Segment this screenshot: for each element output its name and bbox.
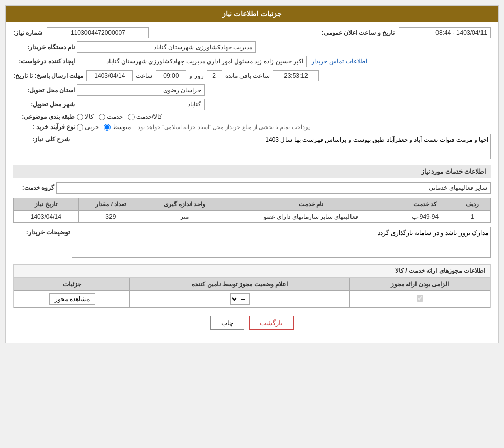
license-status-cell: -- (130, 291, 349, 308)
creator-value: اکبر حسین زاده زید مسئول امور اداری مدیر… (77, 56, 307, 67)
description-row: شرح کلی نیاز: (13, 134, 491, 161)
service-group-label: گروه خدمت: (13, 184, 54, 191)
category-radio-group: کالا/خدمت خدمت کالا (77, 113, 162, 120)
buyer-org-row: مدیریت جهادکشاورزی شهرستان گناباد نام دس… (13, 41, 491, 53)
header-info-row: 1403/04/11 - 08:44 تاریخ و ساعت اعلان عم… (13, 27, 491, 38)
col-header-name: نام خدمت (226, 198, 396, 211)
license-table: الزامی بودن ارائه مجوز اعلام وضعیت مجوز … (14, 278, 490, 308)
services-table-container: ردیف کد خدمت نام خدمت واحد اندازه گیری ت… (13, 198, 491, 223)
deadline-date: 1403/04/14 (86, 70, 133, 81)
main-card: جزئیات اطلاعات نیاز 1403/04/11 - 08:44 ت… (5, 5, 499, 343)
license-col-status: اعلام وضعیت مجوز توسط نامین کننده (130, 278, 349, 291)
table-cell-1: 949-94-ب (396, 211, 454, 223)
print-button[interactable]: چاپ (210, 316, 244, 330)
city-label: شهر محل تحویل: (13, 101, 75, 108)
deadline-days: 2 (207, 70, 222, 81)
back-button[interactable]: بازگشت (249, 316, 294, 330)
license-section: اطلاعات مجوزهای ارائه خدمت / کالا الزامی… (13, 264, 491, 308)
description-textarea[interactable] (72, 134, 491, 159)
deadline-row: 23:53:12 ساعت باقی مانده 2 روز و 09:00 س… (13, 70, 491, 81)
id-label: شماره نیاز: (13, 29, 42, 36)
city-value: گناباد (77, 99, 205, 110)
category-label-3: کالا/خدمت (136, 113, 162, 120)
bottom-buttons: بازگشت چاپ (13, 316, 491, 337)
province-value: خراسان رضوی (77, 84, 205, 96)
purchase-type-radio-group: متوسط جزیی (77, 123, 131, 131)
province-label: استان محل تحویل: (13, 87, 75, 94)
city-row: گناباد شهر محل تحویل: (13, 99, 491, 110)
purchase-type-option-1: جزیی (77, 123, 99, 131)
service-group-row: سایر فعالیتهای خدماتی گروه خدمت: (13, 182, 491, 194)
deadline-time-label: ساعت (136, 72, 152, 79)
deadline-remaining: 23:53:12 (273, 70, 319, 81)
buyer-desc-textarea[interactable] (72, 227, 491, 258)
page-container: جزئیات اطلاعات نیاز 1403/04/11 - 08:44 ت… (0, 0, 504, 448)
category-label-2: خدمت (107, 113, 123, 120)
request-id: 1103004472000007 (47, 27, 149, 38)
table-row: 1949-94-بفعالیتهای سایر سازمانهای دارای … (14, 211, 491, 223)
content-area: 1403/04/11 - 08:44 تاریخ و ساعت اعلان عم… (6, 22, 498, 343)
buyer-org-value: مدیریت جهادکشاورزی شهرستان گناباد (77, 41, 256, 53)
announce-label: تاریخ و ساعت اعلان عمومی: (322, 29, 395, 36)
buyer-desc-row: توضیحات خریدار: (13, 227, 491, 259)
purchase-type-label-2: متوسط (112, 123, 131, 131)
license-detail-cell: مشاهده مجوز (14, 291, 130, 308)
id-group: 1103004472000007 شماره نیاز: (13, 27, 149, 38)
category-label: طبقه بندی موضوعی: (13, 113, 75, 120)
purchase-type-radio-2[interactable] (104, 124, 111, 131)
buyer-desc-label: توضیحات خریدار: (13, 227, 70, 236)
table-cell-3: متر (143, 211, 226, 223)
table-cell-0: 1 (454, 211, 491, 223)
deadline-time: 09:00 (156, 70, 186, 81)
license-row: -- مشاهده مجوز (14, 291, 490, 308)
col-header-unit: واحد اندازه گیری (143, 198, 226, 211)
col-header-row: ردیف (454, 198, 491, 211)
deadline-days-label: روز و (189, 72, 203, 79)
category-radio-1[interactable] (77, 114, 83, 120)
license-required-checkbox[interactable] (417, 295, 423, 302)
purchase-type-label-1: جزیی (85, 123, 99, 131)
license-section-header: اطلاعات مجوزهای ارائه خدمت / کالا (14, 265, 490, 278)
purchase-type-note: پرداخت تمام یا بخشی از مبلغ خریداز محل "… (136, 124, 310, 131)
announce-value: 1403/04/11 - 08:44 (399, 27, 491, 38)
category-radio-3[interactable] (128, 114, 135, 120)
announce-group: 1403/04/11 - 08:44 تاریخ و ساعت اعلان عم… (322, 27, 491, 38)
col-header-code: کد خدمت (396, 198, 454, 211)
purchase-type-option-2: متوسط (104, 123, 131, 131)
license-col-details: جزئیات (14, 278, 130, 291)
buyer-desc-container (72, 227, 491, 259)
table-cell-4: 329 (78, 211, 143, 223)
description-label: شرح کلی نیاز: (13, 134, 70, 143)
purchase-type-label: نوع فرآیند خرید : (13, 123, 75, 131)
license-required-cell (349, 291, 490, 308)
buyer-org-label: نام دستگاه خریدار: (13, 44, 75, 51)
col-header-qty: تعداد / مقدار (78, 198, 143, 211)
col-header-date: تاریخ نیاز (14, 198, 79, 211)
category-option-1: کالا (77, 113, 94, 120)
category-option-3: کالا/خدمت (128, 113, 162, 120)
table-cell-5: 1403/04/14 (14, 211, 79, 223)
services-table: ردیف کد خدمت نام خدمت واحد اندازه گیری ت… (13, 198, 491, 223)
view-license-button[interactable]: مشاهده مجوز (49, 293, 95, 305)
purchase-type-row: پرداخت تمام یا بخشی از مبلغ خریداز محل "… (13, 123, 491, 131)
purchase-type-radio-1[interactable] (77, 124, 83, 131)
creator-row: اطلاعات تماس خریدار اکبر حسین زاده زید م… (13, 56, 491, 67)
category-row: کالا/خدمت خدمت کالا طبقه بندی موضوعی: (13, 113, 491, 120)
deadline-remaining-label: ساعت باقی مانده (225, 72, 270, 79)
province-row: خراسان رضوی استان محل تحویل: (13, 84, 491, 96)
license-status-select[interactable]: -- (230, 293, 250, 305)
deadline-label: مهلت ارسال پاسخ: تا تاریخ: (13, 72, 83, 79)
services-section-header: اطلاعات خدمات مورد نیاز (13, 165, 491, 178)
page-title: جزئیات اطلاعات نیاز (6, 6, 498, 22)
description-container (72, 134, 491, 161)
table-cell-2: فعالیتهای سایر سازمانهای دارای عضو (226, 211, 396, 223)
category-radio-2[interactable] (99, 114, 105, 120)
service-group-value: سایر فعالیتهای خدماتی (56, 182, 491, 194)
category-option-2: خدمت (99, 113, 123, 120)
creator-label: ایجاد کننده درخواست: (13, 58, 75, 65)
contact-link[interactable]: اطلاعات تماس خریدار (311, 58, 367, 65)
category-label-1: کالا (85, 113, 94, 120)
license-col-required: الزامی بودن ارائه مجوز (349, 278, 490, 291)
